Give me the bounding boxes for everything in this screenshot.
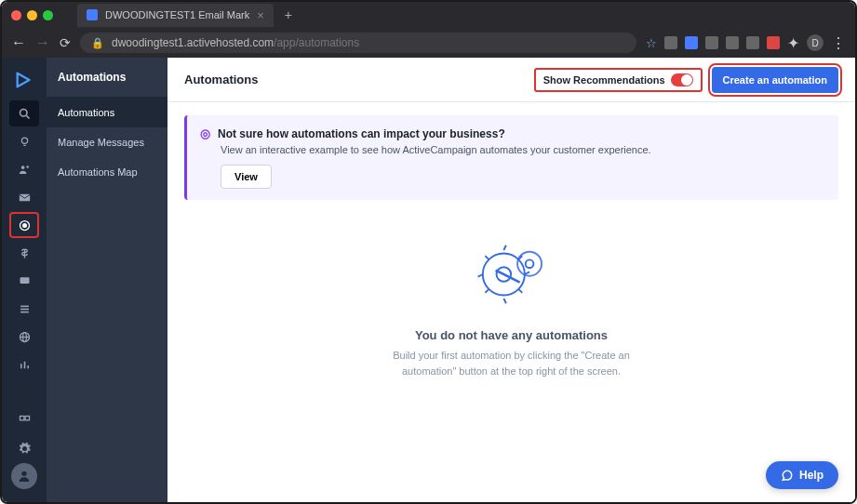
extension-icon[interactable] (685, 36, 698, 49)
extension-icon[interactable] (746, 36, 759, 49)
svg-rect-19 (20, 416, 23, 419)
main-content: Automations Show Recommendations Create … (167, 58, 855, 502)
recs-label: Show Recommendations (543, 74, 665, 86)
lightbulb-icon[interactable] (9, 128, 39, 154)
main-header: Automations Show Recommendations Create … (167, 58, 855, 102)
back-button[interactable]: ← (11, 34, 26, 51)
extension-icon[interactable] (767, 36, 780, 49)
browser-window: DWOODINGTEST1 Email Mark × + ← → ⟳ 🔒 dwo… (0, 0, 857, 504)
subnav-header: Automations (47, 58, 167, 98)
svg-point-25 (525, 259, 533, 268)
nav-rail (2, 58, 47, 502)
url-text: dwoodingtest1.activehosted.com/app/autom… (112, 36, 359, 49)
window-minimize-button[interactable] (27, 10, 37, 20)
browser-toolbar: ← → ⟳ 🔒 dwoodingtest1.activehosted.com/a… (2, 28, 855, 58)
contacts-icon[interactable] (9, 156, 39, 182)
create-automation-button[interactable]: Create an automation (712, 67, 838, 93)
window-titlebar: DWOODINGTEST1 Email Mark × + (2, 2, 855, 28)
deals-icon[interactable] (9, 240, 39, 266)
new-tab-button[interactable]: + (285, 7, 292, 22)
subnav-item-automations-map[interactable]: Automations Map (47, 157, 167, 187)
profile-avatar[interactable]: D (807, 34, 824, 51)
reports-icon[interactable] (9, 351, 39, 378)
lists-icon[interactable] (9, 296, 39, 322)
subnav-item-automations[interactable]: Automations (47, 98, 167, 127)
svg-point-4 (20, 166, 24, 169)
apps-icon[interactable] (9, 407, 39, 433)
toggle-switch[interactable] (671, 73, 693, 86)
bookmark-icon[interactable]: ☆ (646, 36, 657, 50)
help-label: Help (799, 469, 824, 482)
svg-point-8 (22, 223, 26, 227)
extensions-puzzle-icon[interactable]: ✦ (787, 34, 799, 52)
extension-icon[interactable] (664, 36, 677, 49)
app-logo[interactable] (9, 65, 39, 95)
forward-button[interactable]: → (35, 34, 50, 51)
svg-rect-20 (25, 416, 29, 419)
info-icon: ◎ (200, 126, 210, 140)
banner-subtitle: View an interactive example to see how A… (221, 144, 825, 155)
tab-title: DWOODINGTEST1 Email Mark (105, 9, 249, 20)
banner-view-button[interactable]: View (221, 165, 272, 189)
address-bar[interactable]: 🔒 dwoodingtest1.activehosted.com/app/aut… (80, 33, 636, 53)
window-close-button[interactable] (11, 10, 21, 20)
lock-icon: 🔒 (91, 37, 104, 49)
search-icon[interactable] (9, 100, 39, 126)
reload-button[interactable]: ⟳ (60, 35, 71, 50)
empty-state: You do not have any automations Build yo… (184, 200, 838, 378)
banner-title: Not sure how automations can impact your… (218, 127, 505, 140)
chat-icon (781, 469, 794, 482)
automations-icon[interactable] (9, 212, 39, 238)
banner-heading: ◎ Not sure how automations can impact yo… (200, 126, 825, 140)
svg-point-0 (20, 109, 27, 116)
window-maximize-button[interactable] (43, 10, 53, 20)
conversations-icon[interactable] (9, 268, 39, 294)
svg-rect-6 (19, 193, 29, 201)
svg-rect-9 (20, 277, 29, 284)
campaigns-icon[interactable] (9, 184, 39, 210)
svg-point-21 (21, 471, 26, 476)
page-title: Automations (184, 73, 258, 86)
info-banner: ◎ Not sure how automations can impact yo… (184, 115, 838, 200)
settings-gear-icon[interactable] (9, 435, 39, 461)
extension-icons: ☆ ✦ D ⋮ (646, 34, 846, 52)
svg-point-2 (21, 138, 27, 143)
site-icon[interactable] (9, 324, 39, 350)
empty-text: Build your first automation by clicking … (391, 348, 633, 378)
extension-icon[interactable] (705, 36, 718, 49)
user-avatar[interactable] (11, 463, 37, 489)
empty-title: You do not have any automations (184, 328, 838, 342)
svg-line-1 (26, 115, 29, 118)
subnav-item-manage-messages[interactable]: Manage Messages (47, 127, 167, 157)
tab-close-icon[interactable]: × (257, 8, 264, 22)
browser-menu-icon[interactable]: ⋮ (831, 34, 846, 52)
gear-illustration (456, 237, 568, 312)
header-actions: Show Recommendations Create an automatio… (534, 67, 838, 93)
extension-icon[interactable] (726, 36, 739, 49)
app-body: Automations Automations Manage Messages … (2, 58, 855, 502)
content-area: ◎ Not sure how automations can impact yo… (167, 102, 855, 502)
browser-tab[interactable]: DWOODINGTEST1 Email Mark × (77, 4, 274, 27)
tab-favicon (87, 9, 98, 20)
subnav: Automations Automations Manage Messages … (47, 58, 167, 502)
help-button[interactable]: Help (766, 461, 838, 489)
show-recommendations-toggle[interactable]: Show Recommendations (534, 68, 703, 92)
svg-point-5 (26, 166, 29, 168)
